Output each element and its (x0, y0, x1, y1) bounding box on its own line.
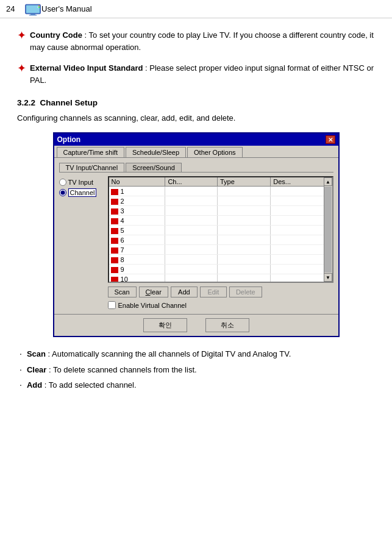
external-video-label: External Video Input Standard (30, 63, 143, 73)
ch-cell (165, 226, 218, 235)
channel-label-box: Channel (68, 188, 97, 197)
channel-table: No Ch... Type Des... 1 2 3 4 5 6 7 8 9 1… (109, 177, 332, 283)
table-row[interactable]: 7 (109, 245, 332, 255)
channel-icon (111, 208, 118, 215)
clear-button[interactable]: Clear (139, 287, 168, 297)
tv-icon (24, 2, 41, 16)
virtual-channel-checkbox[interactable] (108, 301, 116, 309)
dialog-bottom: 확인 취소 (54, 314, 338, 336)
channel-table-wrapper: No Ch... Type Des... 1 2 3 4 5 6 7 8 9 1… (108, 176, 333, 283)
scroll-down-arrow[interactable]: ▼ (324, 273, 332, 282)
row-number: 2 (119, 198, 124, 205)
type-cell (218, 265, 271, 274)
ch-cell (165, 265, 218, 274)
radio-tv-input-label: TV Input (68, 179, 94, 186)
channel-icon (111, 267, 118, 273)
subtab-screen-sound[interactable]: Screen/Sound (126, 163, 182, 172)
external-video-section: ✦ External Video Input Standard : Please… (17, 62, 375, 87)
table-row[interactable]: 9 (109, 265, 332, 274)
external-video-text: External Video Input Standard : Please s… (30, 62, 375, 87)
col-header-ch: Ch... (165, 177, 218, 187)
bullet-scan-text: Scan : Automatically scanning the all ch… (27, 348, 291, 360)
des-cell (271, 226, 332, 235)
table-row[interactable]: 4 (109, 216, 332, 226)
subtab-tv-input-channel[interactable]: TV Input/Channel (59, 163, 125, 172)
table-row[interactable]: 8 (109, 255, 332, 265)
col-header-des: Des... (271, 177, 332, 187)
svg-rect-1 (26, 5, 40, 12)
bullet-add-text: Add : To add selected channel. (27, 379, 137, 391)
des-cell (271, 216, 332, 226)
svg-rect-5 (38, 5, 40, 6)
row-number: 6 (119, 237, 124, 244)
col-header-type: Type (218, 177, 271, 187)
bullet-dot-3: · (20, 379, 22, 391)
table-row[interactable]: 6 (109, 235, 332, 245)
row-icon-cell: 4 (109, 216, 165, 226)
des-cell (271, 196, 332, 206)
page-header: 24 User's Manual (0, 0, 392, 18)
radio-tv-input-row: TV Input (59, 179, 103, 186)
ok-button[interactable]: 확인 (143, 318, 187, 332)
add-button[interactable]: Add (171, 287, 198, 297)
table-row[interactable]: 10 (109, 274, 332, 283)
des-cell (271, 187, 332, 196)
clear-label: Clear (27, 365, 47, 374)
tab-capture-time-shift[interactable]: Capture/Time shift (57, 147, 124, 157)
ch-cell (165, 235, 218, 245)
bullet-dot-1: · (20, 348, 22, 360)
dialog-right-panel: No Ch... Type Des... 1 2 3 4 5 6 7 8 9 1… (108, 176, 333, 309)
country-code-label: Country Code (30, 30, 82, 40)
channel-icon (111, 189, 118, 195)
scroll-thumb[interactable] (324, 187, 332, 272)
dialog-title: Option (57, 135, 81, 144)
cancel-button[interactable]: 취소 (205, 318, 249, 332)
channel-icon (111, 238, 118, 244)
col-header-no: No (109, 177, 165, 187)
country-code-text: Country Code : To set your country code … (30, 29, 375, 54)
scroll-up-arrow[interactable]: ▲ (324, 177, 332, 186)
row-number: 1 (119, 188, 124, 195)
bullet-scan: · Scan : Automatically scanning the all … (20, 348, 375, 360)
tab-other-options[interactable]: Other Options (187, 147, 242, 157)
tab-schedule-sleep[interactable]: Schedule/Sleep (126, 147, 186, 157)
table-row[interactable]: 5 (109, 226, 332, 235)
bullet-list: · Scan : Automatically scanning the all … (17, 348, 375, 391)
ch-cell (165, 187, 218, 196)
channel-icon (111, 277, 118, 283)
type-cell (218, 187, 271, 196)
scan-button[interactable]: Scan (108, 287, 137, 297)
dialog-titlebar: Option ✕ (54, 134, 338, 146)
des-cell (271, 245, 332, 255)
main-content: ✦ Country Code : To set your country cod… (0, 18, 392, 406)
des-cell (271, 265, 332, 274)
table-row[interactable]: 2 (109, 196, 332, 206)
delete-button[interactable]: Delete (229, 287, 262, 297)
type-cell (218, 235, 271, 245)
country-code-section: ✦ Country Code : To set your country cod… (17, 29, 375, 54)
radio-channel[interactable] (59, 189, 66, 196)
option-dialog: Option ✕ Capture/Time shift Schedule/Sle… (53, 132, 340, 337)
radio-tv-input[interactable] (59, 179, 66, 186)
table-row[interactable]: 3 (109, 206, 332, 216)
dialog-subtabs: TV Input/Channel Screen/Sound (59, 163, 333, 173)
row-icon-cell: 2 (109, 196, 165, 206)
svg-rect-2 (30, 13, 35, 15)
bullet-dot-2: · (20, 364, 22, 376)
channel-icon (111, 218, 118, 224)
dialog-buttons-row: Scan Clear Add Edit Delete (108, 287, 333, 297)
dialog-close-button[interactable]: ✕ (326, 135, 335, 144)
scrollbar[interactable]: ▲ ▼ (324, 177, 332, 282)
ch-cell (165, 206, 218, 216)
des-cell (271, 255, 332, 265)
type-cell (218, 226, 271, 235)
bullet-clear: · Clear : To delete scanned channels fro… (20, 364, 375, 376)
dialog-body: TV Input/Channel Screen/Sound TV Input C… (54, 158, 338, 314)
row-icon-cell: 9 (109, 265, 165, 274)
type-cell (218, 255, 271, 265)
type-cell (218, 216, 271, 226)
desc-text: Configuring channels as scanning, clear,… (17, 112, 375, 124)
table-row[interactable]: 1 (109, 187, 332, 196)
edit-button[interactable]: Edit (200, 287, 227, 297)
virtual-channel-row: Enable Virtual Channel (108, 301, 333, 309)
